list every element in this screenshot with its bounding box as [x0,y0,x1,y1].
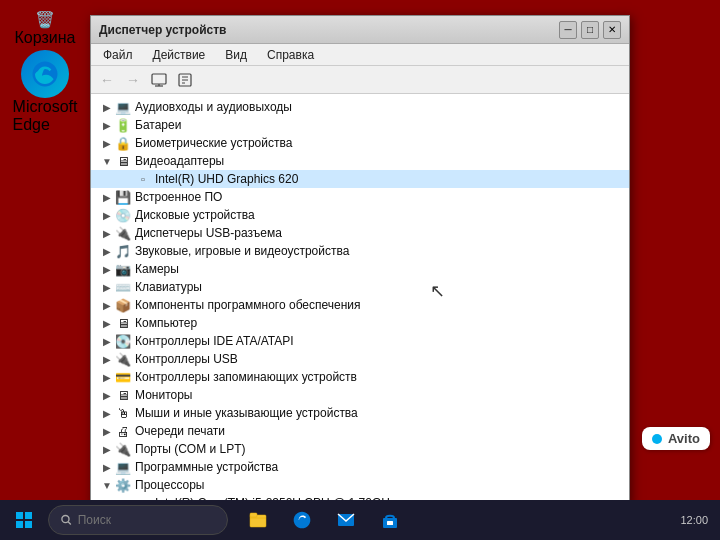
device-tree[interactable]: ▶💻Аудиовходы и аудиовыходы▶🔋Батареи▶🔒Био… [91,94,629,504]
tree-arrow[interactable]: ▶ [99,282,115,293]
tree-arrow[interactable]: ▼ [99,156,115,167]
tree-item[interactable]: ▶🎵Звуковые, игровые и видеоустройства [91,242,629,260]
tree-arrow[interactable]: ▶ [99,138,115,149]
tree-item-icon: 📦 [115,297,131,313]
tree-arrow[interactable]: ▶ [99,444,115,455]
tree-item-icon: 🔌 [115,351,131,367]
tree-item[interactable]: ▶🔋Батареи [91,116,629,134]
toolbar-forward-button[interactable]: → [121,69,145,91]
tree-item-label: Порты (COM и LPT) [135,442,246,456]
menu-help[interactable]: Справка [259,46,322,64]
menu-action[interactable]: Действие [145,46,214,64]
tree-arrow[interactable]: ▶ [99,462,115,473]
svg-point-11 [62,516,69,523]
toolbar-back-button[interactable]: ← [95,69,119,91]
tree-item-icon: ⚙️ [115,477,131,493]
tree-item[interactable]: ▶💾Встроенное ПО [91,188,629,206]
tree-item-icon: 🖨 [115,423,131,439]
taskbar-tray: 12:00 [672,514,716,526]
tree-item[interactable]: ▶🔌Контроллеры USB [91,350,629,368]
tree-arrow[interactable]: ▶ [99,102,115,113]
tree-arrow[interactable]: ▶ [99,426,115,437]
minimize-button[interactable]: ─ [559,21,577,39]
tree-item[interactable]: ▶💻Программные устройства [91,458,629,476]
menubar: Файл Действие Вид Справка [91,44,629,66]
tree-arrow[interactable]: ▶ [99,210,115,221]
tree-item-label: Контроллеры USB [135,352,238,366]
tree-item[interactable]: ▶🔌Диспетчеры USB-разъема [91,224,629,242]
titlebar: Диспетчер устройств ─ □ ✕ [91,16,629,44]
tree-item[interactable]: ▶🖥Компьютер [91,314,629,332]
start-button[interactable] [4,502,44,538]
taskbar-store[interactable] [372,502,408,538]
tree-item-icon: ▫ [135,171,151,187]
taskbar-time: 12:00 [680,514,708,526]
desktop-icon-edge[interactable]: MicrosoftEdge [10,50,80,134]
edge-label: MicrosoftEdge [13,98,78,134]
tree-arrow[interactable]: ▶ [99,300,115,311]
tree-item-icon: 💿 [115,207,131,223]
menu-view[interactable]: Вид [217,46,255,64]
avito-label: Avito [668,431,700,446]
tree-arrow[interactable]: ▶ [99,192,115,203]
basket-label: Корзина [15,29,76,47]
tree-item[interactable]: ▶💽Контроллеры IDE ATA/ATAPI [91,332,629,350]
toolbar-computer-button[interactable] [147,69,171,91]
tree-item[interactable]: ▶💻Аудиовходы и аудиовыходы [91,98,629,116]
svg-rect-7 [16,512,23,519]
tree-item[interactable]: ▶📷Камеры [91,260,629,278]
taskbar-search-bar[interactable] [48,505,228,535]
toolbar-properties-button[interactable] [173,69,197,91]
tree-item-label: Дисковые устройства [135,208,255,222]
search-icon [61,514,72,526]
close-button[interactable]: ✕ [603,21,621,39]
tree-item[interactable]: ▫Intel(R) UHD Graphics 620 [91,170,629,188]
tree-item[interactable]: ▶📦Компоненты программного обеспечения [91,296,629,314]
taskbar-edge[interactable] [284,502,320,538]
tree-item-icon: 🎵 [115,243,131,259]
tree-arrow[interactable]: ▶ [99,318,115,329]
tree-item[interactable]: ▼🖥Видеоадаптеры [91,152,629,170]
tree-arrow[interactable]: ▶ [99,264,115,275]
tree-arrow[interactable]: ▶ [99,120,115,131]
tree-item-icon: 💽 [115,333,131,349]
tree-arrow[interactable]: ▶ [99,372,115,383]
tree-item[interactable]: ▶🔌Порты (COM и LPT) [91,440,629,458]
tree-item[interactable]: ▶🖨Очереди печати [91,422,629,440]
device-manager-window: Диспетчер устройств ─ □ ✕ Файл Действие … [90,15,630,505]
tree-item-label: Камеры [135,262,179,276]
tree-arrow[interactable]: ▶ [99,336,115,347]
search-input[interactable] [78,513,215,527]
tree-item-icon: 🔋 [115,117,131,133]
tree-item[interactable]: ▼⚙️Процессоры [91,476,629,494]
tree-item[interactable]: ▶💳Контроллеры запоминающих устройств [91,368,629,386]
tree-item-label: Батареи [135,118,181,132]
taskbar-mail[interactable] [328,502,364,538]
svg-rect-9 [16,521,23,528]
tree-arrow[interactable]: ▶ [99,408,115,419]
tree-arrow[interactable]: ▶ [99,228,115,239]
tree-item[interactable]: ▶💿Дисковые устройства [91,206,629,224]
taskbar-file-explorer[interactable] [240,502,276,538]
tree-item[interactable]: ▶🖱Мыши и иные указывающие устройства [91,404,629,422]
window-title: Диспетчер устройств [99,23,226,37]
tree-arrow[interactable]: ▶ [99,246,115,257]
maximize-button[interactable]: □ [581,21,599,39]
tree-item-label: Диспетчеры USB-разъема [135,226,282,240]
title-buttons: ─ □ ✕ [559,21,621,39]
tree-arrow[interactable]: ▶ [99,390,115,401]
svg-rect-10 [25,521,32,528]
tree-arrow[interactable]: ▶ [99,354,115,365]
tree-item-label: Звуковые, игровые и видеоустройства [135,244,349,258]
tree-item[interactable]: ▶🔒Биометрические устройства [91,134,629,152]
avito-badge: Avito [642,427,710,450]
tree-item[interactable]: ▶⌨️Клавиатуры [91,278,629,296]
menu-file[interactable]: Файл [95,46,141,64]
desktop-icon-basket[interactable]: 🗑️ Корзина [10,10,80,47]
tree-item-icon: 🖥 [115,315,131,331]
tree-item-icon: 💳 [115,369,131,385]
tree-arrow[interactable]: ▼ [99,480,115,491]
tree-item[interactable]: ▶🖥Мониторы [91,386,629,404]
tree-item-label: Программные устройства [135,460,278,474]
edge-icon [21,50,69,98]
